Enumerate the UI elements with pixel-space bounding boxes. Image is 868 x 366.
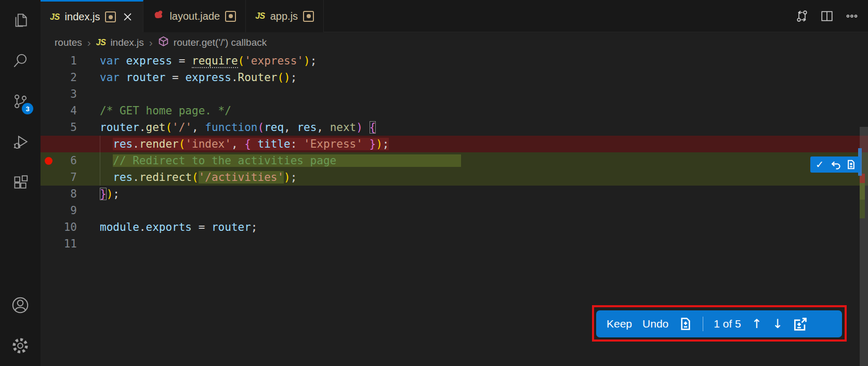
code-token: () — [277, 71, 290, 84]
code-token: express — [126, 55, 173, 67]
breadcrumb: routes › JS index.js › router.get('/') c… — [41, 32, 868, 53]
code-token: res — [297, 121, 317, 134]
gutter[interactable]: 4 — [41, 102, 100, 119]
code-token — [100, 138, 113, 150]
code-token: ; — [291, 171, 297, 184]
code-line[interactable]: 11 — [41, 236, 868, 252]
inline-diff-doc-icon[interactable] — [679, 317, 692, 331]
deleted-code-line[interactable]: res.render('index', { title: 'Express' }… — [41, 136, 868, 152]
previous-change-icon[interactable]: ↑ — [752, 317, 762, 331]
accounts-icon[interactable] — [0, 285, 41, 325]
code-token: express — [185, 71, 231, 84]
code-token: get — [146, 121, 166, 134]
gutter[interactable]: 11 — [41, 236, 100, 252]
code-line[interactable]: 9 — [41, 202, 868, 219]
gutter[interactable]: 2 — [41, 69, 100, 86]
code-line[interactable]: 3 — [41, 86, 868, 102]
search-icon[interactable] — [0, 41, 41, 81]
code-line[interactable]: 1var express = require('express'); — [41, 53, 868, 69]
code-text: module.exports = router; — [100, 219, 868, 236]
code-token: router — [126, 71, 166, 84]
code-token — [120, 55, 126, 67]
split-editor-icon[interactable] — [820, 9, 834, 23]
modified-indicator-icon[interactable] — [105, 11, 116, 22]
more-actions-icon[interactable] — [845, 9, 859, 23]
code-token: '/activities' — [199, 171, 284, 184]
modified-indicator-icon[interactable] — [303, 11, 314, 22]
code-line[interactable]: 8}); — [41, 186, 868, 202]
gutter[interactable]: 5 — [41, 119, 100, 136]
modified-indicator-icon[interactable] — [225, 11, 236, 22]
gutter[interactable]: 3 — [41, 86, 100, 102]
undo-button[interactable]: Undo — [642, 318, 668, 330]
chevron-right-icon: › — [87, 36, 91, 49]
tab-layout-jade[interactable]: layout.jade — [143, 0, 246, 32]
code-token: , — [284, 121, 297, 134]
breadcrumb-file[interactable]: index.js — [110, 37, 143, 48]
code-line[interactable]: 4/* GET home page. */ — [41, 102, 868, 119]
code-token: ; — [291, 71, 297, 84]
tab-index-js[interactable]: JS index.js — [41, 0, 143, 32]
settings-gear-icon[interactable] — [0, 325, 41, 366]
gutter[interactable]: 10 — [41, 219, 100, 236]
code-token: ; — [113, 188, 120, 200]
breakpoint-dot[interactable] — [45, 157, 52, 165]
close-tab-icon[interactable] — [121, 11, 134, 23]
code-token: var — [100, 55, 120, 67]
code-text: res.render('index', { title: 'Express' }… — [100, 136, 868, 152]
gutter[interactable]: 8 — [41, 186, 100, 202]
extensions-icon[interactable] — [0, 162, 41, 203]
code-token: : — [291, 138, 304, 150]
code-line[interactable]: 2var router = express.Router(); — [41, 69, 868, 86]
toggle-inline-diff-icon[interactable] — [845, 158, 857, 172]
gutter[interactable]: 9 — [41, 202, 100, 219]
code-token: render — [139, 138, 179, 150]
gutter[interactable]: 1 — [41, 53, 100, 69]
accept-check-icon[interactable]: ✓ — [813, 158, 826, 172]
inline-chat-diff-bar: Keep Undo 1 of 5 ↑ ↓ — [596, 310, 842, 337]
code-token: 'index' — [185, 138, 231, 150]
gutter[interactable] — [41, 136, 100, 152]
code-token: /* GET home page. */ — [100, 104, 231, 117]
symbol-cube-icon — [158, 36, 169, 49]
added-code-line[interactable]: 6 // Redirect to the activities page — [41, 152, 868, 169]
line-number: 6 — [70, 152, 77, 169]
change-counter: 1 of 5 — [714, 318, 741, 330]
code-token: { — [244, 138, 251, 150]
line-number: 5 — [70, 119, 77, 136]
tab-app-js[interactable]: JS app.js — [246, 0, 324, 32]
discard-undo-icon[interactable] — [829, 158, 841, 172]
open-multifile-diff-icon[interactable] — [793, 317, 807, 331]
code-token: ) — [356, 121, 363, 134]
breadcrumb-symbol[interactable]: router.get('/') callback — [174, 37, 267, 48]
code-token — [363, 121, 370, 134]
source-control-icon[interactable]: 3 — [0, 81, 41, 122]
code-text: }); — [100, 186, 868, 202]
scrollbar[interactable] — [860, 53, 868, 366]
explorer-icon[interactable] — [0, 0, 41, 41]
run-and-debug-icon[interactable] — [0, 122, 41, 162]
code-token: ) — [376, 138, 383, 150]
jade-file-icon — [153, 9, 164, 23]
code-token: require — [192, 55, 238, 68]
open-changes-icon[interactable] — [795, 9, 809, 23]
breadcrumb-folder[interactable]: routes — [55, 37, 82, 48]
code-token: ( — [192, 171, 199, 184]
gutter[interactable]: 7 — [41, 169, 100, 186]
code-token: = — [165, 71, 185, 84]
next-change-icon[interactable]: ↓ — [772, 317, 783, 331]
line-number: 1 — [70, 53, 77, 69]
gutter[interactable]: 6 — [41, 152, 100, 169]
line-number: 8 — [70, 186, 77, 202]
overview-added-mark — [860, 200, 865, 218]
code-text: res.redirect('/activities'); — [100, 169, 868, 186]
code-line[interactable]: 5router.get('/', function(req, res, next… — [41, 119, 868, 136]
code-token: = — [192, 221, 212, 233]
code-token: redirect — [139, 171, 192, 184]
code-token: = — [172, 55, 192, 67]
code-token: res — [113, 138, 133, 150]
code-line[interactable]: 10module.exports = router; — [41, 219, 868, 236]
code-token: ( — [238, 55, 245, 67]
keep-button[interactable]: Keep — [607, 318, 632, 330]
added-code-line[interactable]: 7 res.redirect('/activities'); — [41, 169, 868, 186]
